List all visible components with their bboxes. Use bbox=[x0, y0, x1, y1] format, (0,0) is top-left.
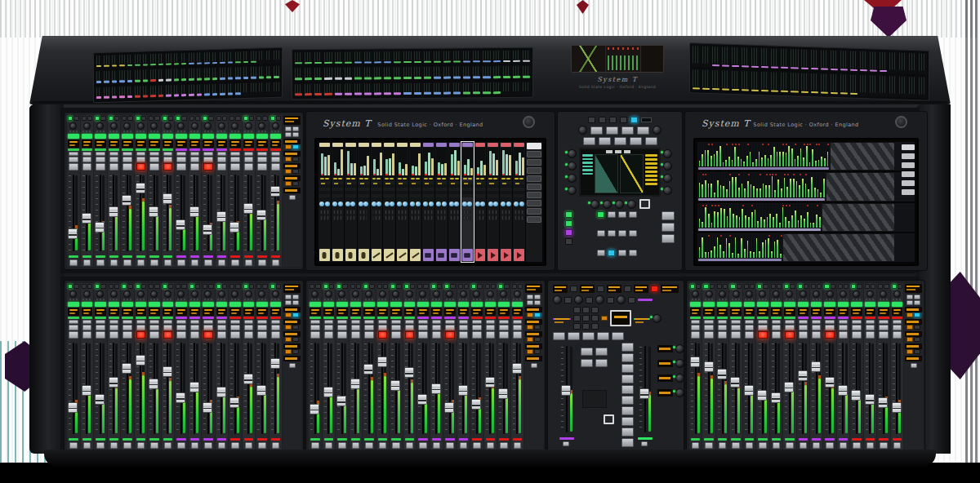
scribble-display[interactable] bbox=[462, 249, 473, 261]
screen-button[interactable] bbox=[336, 215, 339, 220]
master-button[interactable] bbox=[527, 295, 533, 299]
screen-button[interactable] bbox=[327, 210, 329, 215]
channel-rotary-knob[interactable] bbox=[123, 290, 131, 298]
monitor-button[interactable] bbox=[591, 323, 599, 330]
screen-side-button[interactable] bbox=[902, 153, 915, 159]
channel-on-button[interactable] bbox=[122, 116, 127, 121]
channel-alt-button[interactable] bbox=[518, 284, 523, 289]
channel-on-button[interactable] bbox=[417, 284, 422, 289]
user-button[interactable] bbox=[460, 442, 468, 449]
numeric-button[interactable] bbox=[621, 353, 634, 362]
channel-rotary-knob[interactable] bbox=[83, 290, 91, 298]
channel-on-button[interactable] bbox=[485, 284, 490, 289]
screen-knob[interactable] bbox=[493, 202, 498, 206]
channel-rotary-knob[interactable] bbox=[746, 290, 753, 298]
solo-button[interactable] bbox=[257, 325, 267, 330]
aux-knob[interactable] bbox=[615, 200, 624, 209]
channel-on-button[interactable] bbox=[310, 284, 314, 289]
screen-button[interactable] bbox=[505, 215, 507, 220]
screen-button[interactable] bbox=[404, 215, 407, 220]
fader-handle[interactable] bbox=[512, 363, 522, 374]
mute-button[interactable] bbox=[69, 331, 78, 339]
channel-rotary-knob[interactable] bbox=[218, 290, 225, 298]
screen-button[interactable] bbox=[466, 215, 469, 220]
function-button[interactable] bbox=[271, 152, 281, 156]
layer-button[interactable] bbox=[534, 325, 541, 330]
solo-button[interactable] bbox=[109, 325, 119, 330]
aux-knob[interactable] bbox=[590, 200, 599, 209]
screen-button[interactable] bbox=[385, 215, 387, 220]
channel-alt-button[interactable] bbox=[74, 284, 78, 289]
mute-button[interactable] bbox=[271, 331, 281, 339]
channel-rotary-knob[interactable] bbox=[813, 290, 820, 298]
channel-rotary-knob[interactable] bbox=[272, 290, 279, 298]
screen-knob[interactable] bbox=[429, 202, 434, 206]
solo-button[interactable] bbox=[271, 157, 281, 162]
numeric-button[interactable] bbox=[621, 343, 634, 352]
user-button[interactable] bbox=[893, 442, 901, 449]
function-button[interactable] bbox=[825, 320, 834, 324]
bank-button[interactable] bbox=[911, 363, 917, 368]
mute-button[interactable] bbox=[378, 331, 388, 339]
channel-rotary-knob[interactable] bbox=[204, 290, 212, 298]
user-button[interactable] bbox=[137, 259, 145, 266]
user-button[interactable] bbox=[692, 442, 699, 449]
channel-on-button[interactable] bbox=[149, 116, 154, 121]
channel-alt-button[interactable] bbox=[369, 284, 374, 289]
screen-button[interactable] bbox=[372, 215, 375, 220]
mute-button[interactable] bbox=[351, 331, 361, 339]
user-button[interactable] bbox=[258, 259, 266, 266]
user-button[interactable] bbox=[272, 259, 280, 266]
select-button[interactable] bbox=[512, 302, 523, 307]
select-button[interactable] bbox=[189, 134, 201, 139]
mute-button[interactable] bbox=[459, 331, 469, 339]
function-button[interactable] bbox=[230, 320, 240, 324]
setup-button[interactable] bbox=[620, 117, 627, 123]
select-button[interactable] bbox=[68, 134, 79, 139]
function-button[interactable] bbox=[364, 320, 374, 324]
channel-alt-button[interactable] bbox=[127, 116, 132, 121]
user-button[interactable] bbox=[840, 442, 847, 449]
fader-handle[interactable] bbox=[444, 402, 454, 413]
function-button[interactable] bbox=[136, 152, 146, 156]
master-knob[interactable] bbox=[653, 126, 662, 135]
meter-overview-touchscreen[interactable] bbox=[693, 138, 919, 266]
function-button[interactable] bbox=[82, 152, 92, 156]
channel-alt-button[interactable] bbox=[477, 284, 482, 289]
solo-button[interactable] bbox=[499, 325, 509, 330]
channel-on-button[interactable] bbox=[824, 284, 829, 289]
function-button[interactable] bbox=[879, 320, 888, 324]
screen-channel-header[interactable] bbox=[410, 143, 421, 147]
screen-button[interactable] bbox=[417, 210, 420, 215]
user-button[interactable] bbox=[69, 259, 78, 266]
channel-rotary-knob[interactable] bbox=[231, 122, 238, 130]
user-button[interactable] bbox=[705, 442, 712, 449]
layer-select-button[interactable] bbox=[285, 325, 292, 330]
solo-button[interactable] bbox=[866, 325, 875, 330]
channel-alt-button[interactable] bbox=[154, 284, 159, 289]
screen-button[interactable] bbox=[440, 215, 443, 220]
solo-button[interactable] bbox=[486, 325, 496, 330]
master-button[interactable] bbox=[534, 295, 541, 299]
screen-button[interactable] bbox=[350, 210, 352, 215]
select-button[interactable] bbox=[851, 302, 862, 307]
screen-button[interactable] bbox=[388, 215, 390, 220]
talk-knob[interactable] bbox=[675, 359, 684, 368]
channel-rotary-knob[interactable] bbox=[473, 290, 480, 298]
mute-button[interactable] bbox=[82, 331, 92, 339]
channel-rotary-knob[interactable] bbox=[853, 290, 860, 298]
mute-button[interactable] bbox=[432, 331, 442, 339]
fader-handle[interactable] bbox=[811, 361, 821, 372]
fader-handle[interactable] bbox=[243, 203, 253, 214]
solo-button[interactable] bbox=[718, 325, 727, 330]
master-button[interactable] bbox=[906, 295, 913, 299]
channel-alt-button[interactable] bbox=[222, 116, 227, 121]
solo-button[interactable] bbox=[109, 157, 119, 162]
mute-button[interactable] bbox=[812, 331, 821, 339]
screen-knob[interactable] bbox=[372, 202, 376, 206]
master-button[interactable] bbox=[292, 295, 299, 299]
select-button[interactable] bbox=[136, 134, 147, 139]
channel-on-button[interactable] bbox=[771, 284, 776, 289]
solo-button[interactable] bbox=[257, 157, 267, 162]
mute-button[interactable] bbox=[136, 331, 146, 339]
